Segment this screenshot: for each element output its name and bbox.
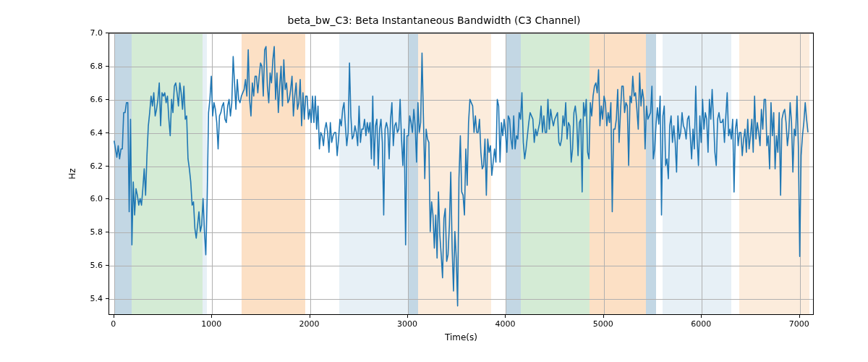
data-line bbox=[109, 33, 813, 314]
figure: beta_bw_C3: Beta Instantaneous Bandwidth… bbox=[0, 0, 868, 362]
x-tick-label: 3000 bbox=[397, 315, 417, 329]
y-tick-label: 6.4 bbox=[90, 127, 109, 137]
y-tick-label: 5.6 bbox=[90, 261, 109, 270]
chart-title: beta_bw_C3: Beta Instantaneous Bandwidth… bbox=[0, 14, 868, 26]
axes: Time(s) Hz 01000200030004000500060007000… bbox=[109, 33, 814, 315]
y-tick-label: 5.4 bbox=[90, 294, 109, 303]
x-tick-label: 0 bbox=[111, 315, 116, 329]
x-tick-label: 6000 bbox=[691, 315, 711, 329]
y-tick-label: 6.6 bbox=[90, 94, 109, 104]
x-tick-label: 5000 bbox=[593, 315, 613, 329]
plot-area bbox=[109, 33, 814, 315]
x-tick-label: 7000 bbox=[789, 315, 809, 329]
x-axis-label: Time(s) bbox=[109, 332, 814, 342]
y-axis-label: Hz bbox=[67, 168, 77, 179]
x-tick-label: 2000 bbox=[299, 315, 320, 329]
y-tick-label: 5.8 bbox=[90, 227, 109, 237]
y-tick-label: 6.0 bbox=[90, 194, 109, 203]
x-tick-label: 4000 bbox=[495, 315, 515, 329]
x-tick-label: 1000 bbox=[201, 315, 221, 329]
y-tick-label: 7.0 bbox=[90, 28, 109, 38]
y-tick-label: 6.2 bbox=[90, 161, 109, 170]
y-tick-label: 6.8 bbox=[90, 61, 109, 70]
